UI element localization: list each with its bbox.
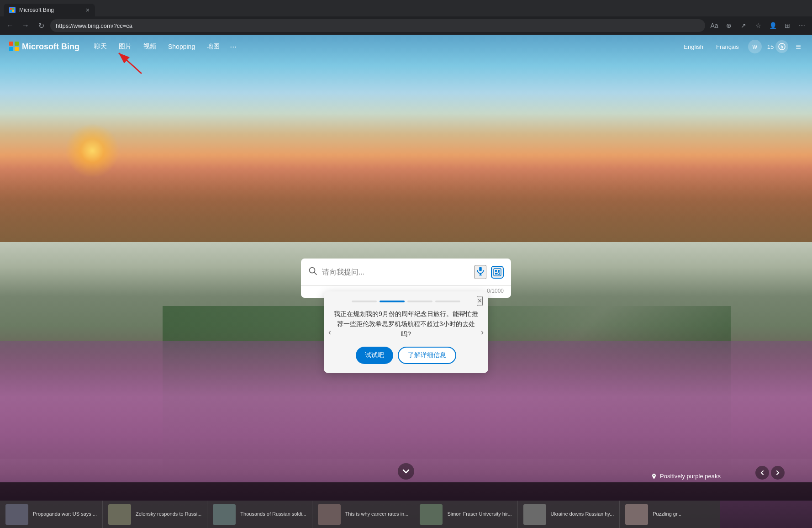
- svg-line-9: [314, 272, 316, 275]
- popup-try-btn[interactable]: 试试吧: [356, 347, 393, 364]
- profile-btn[interactable]: 👤: [766, 19, 779, 32]
- back-btn[interactable]: ←: [4, 19, 16, 32]
- news-cards-row: Propaganda war: US says ... Zelensky res…: [0, 501, 812, 528]
- logo-sq-red: [9, 42, 13, 46]
- svg-rect-0: [10, 8, 12, 10]
- svg-point-18: [654, 475, 655, 476]
- popup-close-btn[interactable]: ×: [477, 296, 483, 306]
- red-arrow-indicator: [110, 48, 146, 76]
- tab-bar: Microsoft Bing ×: [0, 0, 812, 16]
- bing-nav-right: English Français w 15 b ≡: [680, 40, 803, 54]
- news-card-6[interactable]: Puzzling gr...: [620, 501, 720, 528]
- search-input[interactable]: [322, 268, 470, 276]
- tab-close-btn[interactable]: ×: [86, 6, 90, 14]
- tab-favicon: [9, 7, 16, 13]
- svg-rect-16: [495, 273, 497, 275]
- svg-rect-15: [498, 270, 500, 272]
- logo-squares: [9, 42, 19, 52]
- svg-rect-1: [12, 8, 14, 10]
- popup-learn-btn[interactable]: 了解详细信息: [398, 347, 456, 364]
- news-title-6: Puzzling gr...: [653, 511, 681, 517]
- carousel-next-btn[interactable]: [771, 466, 785, 480]
- news-card-4[interactable]: Simon Fraser University hir...: [414, 501, 517, 528]
- popup-prev-btn[interactable]: ‹: [328, 327, 331, 337]
- immersive-btn[interactable]: ⊕: [722, 19, 735, 32]
- more-btn[interactable]: ⋯: [796, 19, 808, 32]
- svg-rect-3: [12, 10, 14, 12]
- svg-rect-14: [495, 270, 497, 272]
- news-title-4: Simon Fraser University hir...: [447, 511, 511, 517]
- news-thumb-0: [5, 504, 28, 525]
- location-label: Positively purple peaks: [651, 473, 721, 480]
- extensions-btn[interactable]: ⊞: [781, 19, 794, 32]
- news-thumb-1: [108, 504, 131, 525]
- news-title-2: Thousands of Russian soldi...: [240, 511, 306, 517]
- logo-sq-green: [15, 42, 19, 46]
- news-card-5[interactable]: Ukraine downs Russian hy...: [518, 501, 620, 528]
- news-card-0[interactable]: Propaganda war: US says ...: [0, 501, 103, 528]
- page-content: Microsoft Bing 聊天 图片 视频 Shopping 地图 ··· …: [0, 35, 812, 528]
- svg-rect-17: [498, 273, 500, 275]
- browser-actions: Aa ⊕ ↗ ☆ 👤 ⊞ ⋯: [708, 19, 808, 32]
- scroll-down-btn[interactable]: [398, 463, 414, 480]
- nav-chat[interactable]: 聊天: [89, 40, 112, 53]
- news-card-1[interactable]: Zelensky responds to Russi...: [103, 501, 207, 528]
- hamburger-menu-btn[interactable]: ≡: [794, 40, 803, 54]
- svg-rect-2: [10, 10, 12, 12]
- news-thumb-6: [625, 504, 648, 525]
- user-profile-btn[interactable]: w: [748, 40, 762, 53]
- popup-progress-dots: [333, 301, 479, 302]
- search-icon: [308, 266, 317, 278]
- reader-mode-btn[interactable]: Aa: [708, 19, 721, 32]
- lang-french-btn[interactable]: Français: [712, 42, 743, 52]
- voice-search-btn[interactable]: [475, 265, 486, 279]
- news-thumb-3: [318, 504, 341, 525]
- popup-next-btn[interactable]: ›: [481, 327, 484, 337]
- tab-title: Microsoft Bing: [19, 7, 82, 13]
- logo-sq-yellow: [15, 47, 19, 51]
- bing-logo[interactable]: Microsoft Bing: [9, 42, 79, 52]
- popup-action-buttons: 试试吧 了解详细信息: [333, 347, 479, 364]
- suggestion-popup: × ‹ 我正在规划我的9月份的周年纪念日旅行。能帮忙推荐一些距伦敦希思罗机场航程…: [324, 291, 488, 373]
- svg-rect-13: [494, 269, 501, 276]
- svg-text:b: b: [781, 45, 784, 49]
- svg-line-7: [119, 53, 142, 74]
- news-ticker: [0, 482, 812, 501]
- news-title-5: Ukraine downs Russian hy...: [551, 511, 614, 517]
- rewards-btn[interactable]: 15 b: [767, 40, 788, 53]
- popup-dot-1: [352, 301, 377, 302]
- news-thumb-2: [213, 504, 236, 525]
- nav-maps[interactable]: 地图: [201, 40, 225, 53]
- address-input[interactable]: [50, 19, 705, 32]
- location-text: Positively purple peaks: [660, 473, 721, 480]
- search-box: [301, 259, 511, 286]
- news-title-1: Zelensky responds to Russi...: [136, 511, 201, 517]
- news-thumb-4: [420, 504, 443, 525]
- active-tab[interactable]: Microsoft Bing ×: [4, 4, 95, 16]
- news-thumb-5: [523, 504, 546, 525]
- bottom-news-bar: Propaganda war: US says ... Zelensky res…: [0, 482, 812, 528]
- news-card-2[interactable]: Thousands of Russian soldi...: [207, 501, 312, 528]
- svg-rect-10: [479, 267, 482, 271]
- logo-sq-blue: [9, 47, 13, 51]
- refresh-btn[interactable]: ↻: [35, 19, 47, 32]
- bing-logo-text: Microsoft Bing: [22, 42, 79, 52]
- nav-more-btn[interactable]: ···: [226, 39, 240, 54]
- forward-btn[interactable]: →: [19, 19, 32, 32]
- lang-english-btn[interactable]: English: [680, 42, 707, 52]
- carousel-nav: [755, 466, 785, 480]
- share-btn[interactable]: ↗: [737, 19, 750, 32]
- popup-suggestion-text: 我正在规划我的9月份的周年纪念日旅行。能帮忙推荐一些距伦敦希思罗机场航程不超过3…: [333, 309, 479, 339]
- news-card-3[interactable]: This is why cancer rates in...: [312, 501, 415, 528]
- rewards-icon: b: [775, 40, 788, 53]
- news-title-0: Propaganda war: US says ...: [33, 511, 97, 517]
- popup-dot-3: [407, 301, 432, 302]
- favorites-btn[interactable]: ☆: [752, 19, 765, 32]
- visual-search-btn[interactable]: [491, 266, 504, 279]
- address-bar: ← → ↻ Aa ⊕ ↗ ☆ 👤 ⊞ ⋯: [0, 16, 812, 35]
- location-pin-icon: [651, 473, 657, 480]
- nav-shopping[interactable]: Shopping: [163, 40, 200, 53]
- browser-chrome: Microsoft Bing × ← → ↻ Aa ⊕ ↗ ☆ 👤 ⊞ ⋯: [0, 0, 812, 35]
- news-title-3: This is why cancer rates in...: [345, 511, 409, 517]
- carousel-prev-btn[interactable]: [755, 466, 769, 480]
